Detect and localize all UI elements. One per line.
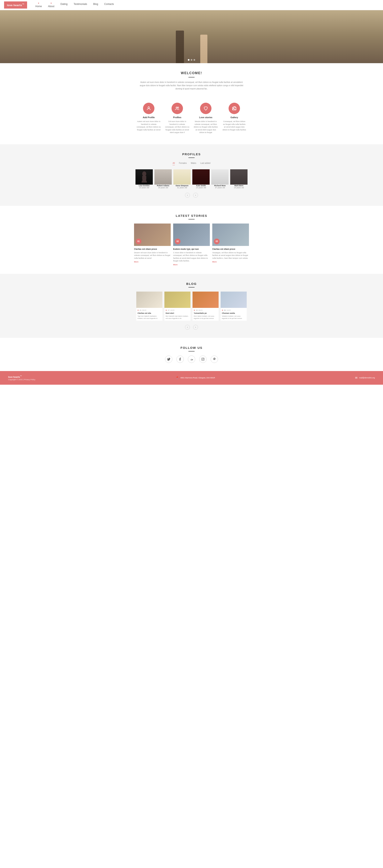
hero-dot-3[interactable] <box>194 59 195 61</box>
nav-item-blog[interactable]: Blog <box>93 2 98 8</box>
logo-trademark: ™ <box>22 3 24 5</box>
blog-card-4[interactable]: ♥ 08 14/15 Chuman seetia Vetatem insitam… <box>221 291 247 321</box>
profile-card-dana[interactable]: Dana Simpson 31 years old <box>173 169 191 189</box>
profile-card-richard[interactable]: Richard Mow 37 years old <box>211 169 229 189</box>
footer-copyright: Copyright © 2015 | Privacy Policy <box>8 379 35 381</box>
blog-heart-icon-2: ♥ <box>166 309 167 311</box>
profile-age-richard: 37 years old <box>211 187 229 189</box>
google-plus-icon[interactable] <box>188 355 195 363</box>
blog-post-desc-4: Vetatem insitam; est usus legentis in il… <box>222 315 246 319</box>
story-badge-1: 01 <box>136 239 141 244</box>
instagram-icon[interactable] <box>199 355 206 363</box>
profile-photo-mark <box>230 169 248 185</box>
feature-love-stories-title: Love stories <box>194 116 218 119</box>
story-more-1[interactable]: More <box>134 261 171 263</box>
nav-item-contacts[interactable]: Contacts <box>104 2 114 8</box>
hero-banner <box>0 10 383 63</box>
nav-item-home[interactable]: ♥ Home <box>35 2 42 8</box>
logo[interactable]: love hearts™ <box>4 1 27 8</box>
story-more-3[interactable]: More <box>212 261 249 263</box>
profiles-next-button[interactable]: › <box>193 193 198 198</box>
blog-grid: ♥ 21 09/15 Claritas est etia Typi non ha… <box>130 291 253 321</box>
nav-links: ♥ Home ♥ About Dating Testimonials Blog … <box>35 2 114 8</box>
social-icons-row <box>4 355 379 363</box>
profile-name-richard: Richard Mow <box>211 185 229 187</box>
nav-item-testimonials[interactable]: Testimonials <box>74 2 87 8</box>
gallery-icon <box>229 103 240 114</box>
nav-link-dating[interactable]: Dating <box>61 3 68 5</box>
hero-dot-1[interactable] <box>188 59 189 61</box>
feature-gallery: Gallery Consequat, vel illum dolore eu f… <box>220 101 249 136</box>
nav-item-about[interactable]: ♥ About <box>48 2 54 8</box>
story-desc-2: C iriure dolor in hendrerit in voleste c… <box>173 251 210 262</box>
feature-add-profile: Add Profile Autem vel eum iriure dolor i… <box>134 101 163 136</box>
blog-post-title-2: Dest etert <box>166 312 189 314</box>
feature-add-profile-desc: Autem vel eum iriure dolor in hendrerit … <box>136 120 161 131</box>
twitter-icon[interactable] <box>165 355 172 363</box>
blog-card-3[interactable]: ♥ 19 08/15 Yumanitatis pe Eem tatom insi… <box>193 291 219 321</box>
blog-card-2[interactable]: ♥ 17 10/15 Dest etert Bon halverit clari… <box>164 291 190 321</box>
nav-link-home[interactable]: Home <box>35 5 42 8</box>
tab-males[interactable]: Males <box>191 162 196 165</box>
footer-trademark: ™ <box>20 375 22 377</box>
blog-count-4: 08 <box>224 309 226 311</box>
hero-image <box>0 23 383 63</box>
facebook-icon[interactable] <box>177 355 184 363</box>
nav-heart-home: ♥ <box>35 2 42 4</box>
profile-age-robert: 29 years old <box>154 187 172 189</box>
tab-last-added[interactable]: Last added <box>200 162 211 165</box>
nav-link-blog[interactable]: Blog <box>93 3 98 5</box>
blog-post-title-3: Yumanitatis pe <box>194 312 217 314</box>
profile-name-kate: Kate Smith <box>192 185 210 187</box>
profile-card-robert[interactable]: Robert Adams 29 years old <box>154 169 172 189</box>
profile-name-robert: Robert Adams <box>154 185 172 187</box>
profile-card-lisa[interactable]: Lisa Gordon 23 years old <box>135 169 153 189</box>
story-image-1: 01 <box>134 223 171 246</box>
feature-gallery-desc: Consequat, vel illum dolore eu feugat ru… <box>222 120 247 131</box>
blog-date-3: 08/15 <box>198 309 202 311</box>
profiles-navigation: ‹ › <box>4 193 379 198</box>
blog-next-button[interactable]: › <box>193 325 198 330</box>
blog-post-title-4: Chuman seetia <box>222 312 246 314</box>
navigation: love hearts™ ♥ Home ♥ About Dating Testi… <box>0 0 383 10</box>
nav-item-dating[interactable]: Dating <box>61 2 68 8</box>
blog-prev-button[interactable]: ‹ <box>185 325 190 330</box>
profile-name-lisa: Lisa Gordon <box>135 185 153 187</box>
profile-name-mark: Mark Bern <box>230 185 248 187</box>
svg-rect-9 <box>142 176 146 180</box>
svg-point-8 <box>142 172 146 176</box>
blog-card-1[interactable]: ♥ 21 09/15 Claritas est etia Typi non ha… <box>136 291 162 321</box>
profile-card-mark[interactable]: Mark Bern 19 years old <box>230 169 248 189</box>
footer-email-text: mail@demolink.org <box>359 377 375 379</box>
hero-dots <box>188 59 195 61</box>
pinterest-icon[interactable] <box>211 355 218 363</box>
blog-post-desc-1: Typi non haberit claritatem insitam; est… <box>137 315 161 319</box>
tab-all[interactable]: All <box>172 162 175 165</box>
svg-point-12 <box>203 358 204 359</box>
blog-content-1: ♥ 21 09/15 Claritas est etia Typi non ha… <box>136 308 162 321</box>
story-more-2[interactable]: More <box>173 264 210 266</box>
blog-image-2 <box>164 291 190 308</box>
hero-dot-2[interactable] <box>191 59 192 61</box>
story-desc-3: Vosaegue, vel illum dolore eu feugat nul… <box>212 251 249 260</box>
profile-age-mark: 19 years old <box>230 187 248 189</box>
blog-meta-1: ♥ 21 09/15 <box>137 309 161 311</box>
svg-rect-10 <box>201 358 204 361</box>
profile-photo-lisa <box>135 169 153 185</box>
tab-females[interactable]: Females <box>179 162 187 165</box>
blog-heart-icon-1: ♥ <box>137 309 139 311</box>
profiles-prev-button[interactable]: ‹ <box>185 193 190 198</box>
blog-count-1: 21 <box>139 309 141 311</box>
blog-meta-4: ♥ 08 14/15 <box>222 309 246 311</box>
profile-card-kate[interactable]: Kate Smith 23 years old <box>192 169 210 189</box>
story-desc-1: Deuem vel eum iriure dolor in hendrerit … <box>134 251 171 260</box>
profiles-divider <box>188 157 195 158</box>
add-profile-icon <box>143 103 154 114</box>
nav-link-about[interactable]: About <box>48 5 54 8</box>
nav-link-contacts[interactable]: Contacts <box>104 3 114 5</box>
footer-address-text: 8901 Marmora Road, Glasgow, D04 89GR <box>181 377 215 379</box>
nav-link-testimonials[interactable]: Testimonials <box>74 3 87 5</box>
profile-photo-kate <box>192 169 210 185</box>
story-title-1: Claritas est etiam proce <box>134 248 171 250</box>
stories-divider <box>188 219 195 219</box>
